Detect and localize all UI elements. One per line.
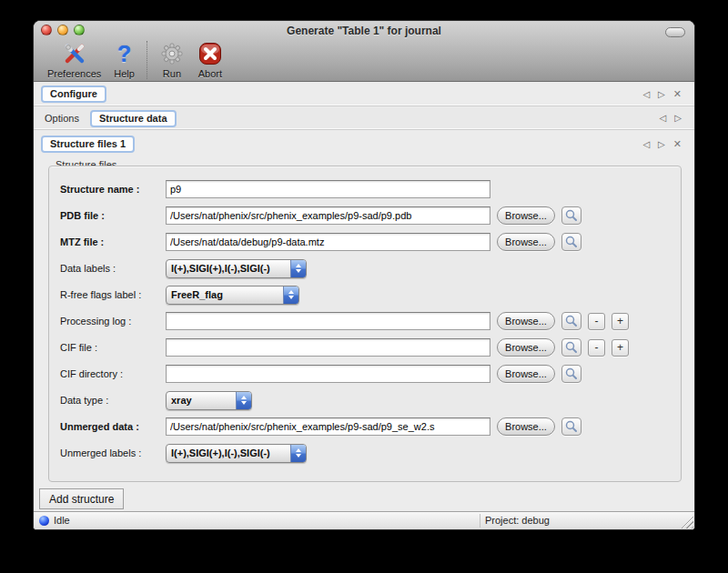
pdb-file-input[interactable] xyxy=(166,206,490,225)
data-type-label: Data type : xyxy=(60,395,166,406)
cif-directory-input[interactable] xyxy=(166,365,490,383)
tab-prev-icon[interactable]: ◁ xyxy=(642,90,650,99)
cif-file-remove-button[interactable]: - xyxy=(588,339,605,357)
abort-label: Abort xyxy=(198,68,222,79)
tab-structure-files-1[interactable]: Structure files 1 xyxy=(41,136,135,153)
processing-log-view-button[interactable] xyxy=(561,312,581,330)
structure-next-icon[interactable]: ▷ xyxy=(658,140,665,149)
field-row-unmerged-labels: Unmerged labels : I(+),SIGI(+),I(-),SIGI… xyxy=(60,443,681,463)
run-label: Run xyxy=(163,68,181,79)
structure-name-label: Structure name : xyxy=(60,184,166,195)
status-divider xyxy=(480,514,480,528)
cif-file-add-button[interactable]: + xyxy=(612,339,629,357)
preferences-button[interactable]: Preferences xyxy=(41,40,107,79)
structure-files-groupbox: Structure name : PDB file : Browse... MT… xyxy=(48,166,682,482)
abort-icon xyxy=(197,40,223,67)
cif-file-browse-button[interactable]: Browse... xyxy=(497,338,555,357)
title-bar[interactable]: Generate "Table 1" for journal xyxy=(34,21,694,39)
window-title: Generate "Table 1" for journal xyxy=(34,25,694,37)
processing-log-remove-button[interactable]: - xyxy=(588,313,605,330)
toolbar: Preferences ? Help xyxy=(41,40,229,79)
pdb-view-button[interactable] xyxy=(561,206,581,225)
magnifier-icon xyxy=(564,208,579,223)
processing-log-input[interactable] xyxy=(166,312,490,330)
mtz-view-button[interactable] xyxy=(561,233,581,251)
data-labels-label: Data labels : xyxy=(60,263,166,274)
magnifier-icon xyxy=(564,235,579,249)
content-panel: Structure files 1 ◁ ▷ ✕ Structure files … xyxy=(34,131,694,511)
resize-grip[interactable] xyxy=(681,516,693,528)
field-row-rfree-flags: R-free flags label : FreeR_flag xyxy=(60,285,681,305)
processing-log-label: Processing log : xyxy=(60,316,166,327)
field-row-processing-log: Processing log : Browse... - + xyxy=(60,311,681,331)
field-row-unmerged-data: Unmerged data : Browse... xyxy=(60,417,681,437)
tab-structure-data[interactable]: Structure data xyxy=(90,110,177,127)
help-button[interactable]: ? Help xyxy=(107,40,141,79)
structure-close-icon[interactable]: ✕ xyxy=(673,139,682,149)
toolbar-toggle-button[interactable] xyxy=(665,27,685,37)
tab-close-icon[interactable]: ✕ xyxy=(673,89,682,99)
cif-directory-browse-button[interactable]: Browse... xyxy=(497,365,555,383)
unmerged-labels-value: I(+),SIGI(+),I(-),SIGI(-) xyxy=(167,445,290,462)
help-icon: ? xyxy=(117,40,131,67)
unmerged-data-browse-button[interactable]: Browse... xyxy=(497,417,555,436)
data-labels-value: I(+),SIGI(+),I(-),SIGI(-) xyxy=(167,260,290,277)
field-row-cif-directory: CIF directory : Browse... xyxy=(60,364,681,384)
help-label: Help xyxy=(114,68,135,79)
data-labels-dropdown[interactable]: I(+),SIGI(+),I(-),SIGI(-) xyxy=(166,259,307,278)
pdb-file-label: PDB file : xyxy=(60,210,166,221)
field-row-cif-file: CIF file : Browse... - + xyxy=(60,337,681,357)
dropdown-stepper-icon xyxy=(290,445,306,462)
unmerged-data-view-button[interactable] xyxy=(561,417,581,436)
tab-options[interactable]: Options xyxy=(41,113,90,124)
page-next-icon[interactable]: ▷ xyxy=(674,114,682,123)
status-text: Idle xyxy=(54,515,70,526)
cif-file-label: CIF file : xyxy=(60,342,166,353)
magnifier-icon xyxy=(564,419,579,434)
app-window: Generate "Table 1" for journal Preferenc… xyxy=(33,20,695,530)
magnifier-icon xyxy=(564,367,579,381)
rfree-flags-value: FreeR_flag xyxy=(167,286,283,304)
field-row-data-type: Data type : xray xyxy=(60,390,681,410)
status-indicator-icon xyxy=(39,516,49,526)
run-button[interactable]: Run xyxy=(153,40,191,79)
cif-file-view-button[interactable] xyxy=(561,338,581,357)
unmerged-data-input[interactable] xyxy=(166,417,490,436)
cif-directory-label: CIF directory : xyxy=(60,368,166,379)
field-row-data-labels: Data labels : I(+),SIGI(+),I(-),SIGI(-) xyxy=(60,258,681,278)
magnifier-icon xyxy=(564,340,579,355)
preferences-label: Preferences xyxy=(47,68,101,79)
configure-tab-strip: Configure ◁ ▷ ✕ xyxy=(34,83,694,106)
dropdown-stepper-icon xyxy=(290,260,306,277)
tab-configure[interactable]: Configure xyxy=(41,85,106,103)
field-row-mtz-file: MTZ file : Browse... xyxy=(60,232,681,252)
rfree-flags-label: R-free flags label : xyxy=(60,289,166,300)
toolbar-separator xyxy=(147,41,147,79)
rfree-flags-dropdown[interactable]: FreeR_flag xyxy=(166,286,299,305)
unmerged-labels-label: Unmerged labels : xyxy=(60,447,166,458)
magnifier-icon xyxy=(564,314,579,328)
structure-prev-icon[interactable]: ◁ xyxy=(642,140,650,149)
cif-file-input[interactable] xyxy=(166,338,490,357)
pdb-browse-button[interactable]: Browse... xyxy=(497,206,555,225)
tab-next-icon[interactable]: ▷ xyxy=(658,90,665,99)
structure-name-input[interactable] xyxy=(166,180,490,198)
mtz-browse-button[interactable]: Browse... xyxy=(497,233,555,251)
window-header: Generate "Table 1" for journal Preferenc… xyxy=(34,21,694,82)
tools-icon xyxy=(62,40,87,67)
unmerged-labels-dropdown[interactable]: I(+),SIGI(+),I(-),SIGI(-) xyxy=(166,444,307,463)
status-bar: Idle Project: debug xyxy=(34,511,694,529)
dropdown-stepper-icon xyxy=(283,286,298,304)
structure-files-tab-strip: Structure files 1 ◁ ▷ ✕ xyxy=(34,131,694,153)
data-type-dropdown[interactable]: xray xyxy=(166,391,252,410)
abort-button[interactable]: Abort xyxy=(191,40,229,79)
project-label: Project: debug xyxy=(485,515,550,526)
processing-log-browse-button[interactable]: Browse... xyxy=(497,312,555,330)
page-tab-strip: Options Structure data ◁ ▷ xyxy=(34,107,694,130)
cif-directory-view-button[interactable] xyxy=(561,365,581,383)
page-prev-icon[interactable]: ◁ xyxy=(660,114,667,123)
mtz-file-input[interactable] xyxy=(166,233,490,251)
add-structure-button[interactable]: Add structure xyxy=(39,488,124,509)
processing-log-add-button[interactable]: + xyxy=(612,313,629,330)
unmerged-data-label: Unmerged data : xyxy=(60,421,166,432)
